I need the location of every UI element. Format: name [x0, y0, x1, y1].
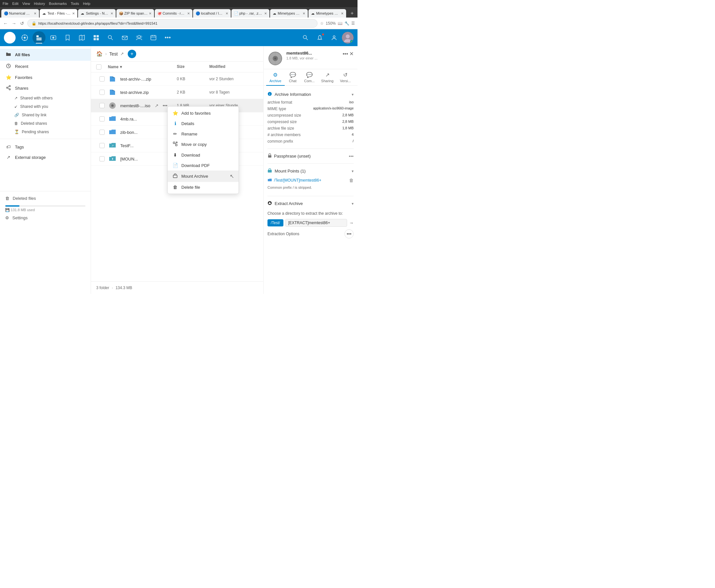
sidebar-item-favorites[interactable]: ⭐ Favorites — [0, 72, 91, 83]
tab-close-localhost[interactable]: ✕ — [226, 12, 228, 15]
context-menu-item-move-copy[interactable]: Move or copy — [168, 139, 239, 150]
tab-mimetypes2[interactable]: ☁ Mimetypes manage... ✕ — [308, 9, 346, 18]
row-checkbox-7[interactable] — [96, 156, 108, 162]
nav-mail[interactable] — [118, 31, 131, 44]
tab-mimetypes1[interactable]: ☁ Mimetypes manage... ✕ — [270, 9, 308, 18]
panel-tab-sharing[interactable]: ↗ Sharing — [318, 69, 337, 85]
extraction-options-button[interactable]: ••• — [345, 229, 353, 238]
tab-files[interactable]: ☁ Test - Files - Nextcl... ✕ — [40, 9, 77, 18]
sidebar-shared-by-link[interactable]: 🔗 Shared by link — [14, 111, 91, 119]
extract-current-path[interactable]: /Test/ — [267, 219, 283, 227]
file-checkbox-7[interactable] — [99, 156, 105, 162]
table-row[interactable]: test-archive.zip ↗ ••• 2 KB vor 8 Tagen — [91, 86, 263, 99]
admin-button[interactable] — [328, 31, 341, 44]
tab-close-commits[interactable]: ✕ — [187, 12, 190, 15]
file-checkbox-4[interactable] — [99, 116, 105, 122]
context-menu-item-download[interactable]: ⬇ Download — [168, 150, 239, 160]
header-name[interactable]: Name ▾ — [108, 64, 177, 69]
sidebar-item-all-files[interactable]: All files — [0, 49, 91, 61]
reader-icon[interactable]: 📖 — [338, 21, 343, 26]
sidebar-settings[interactable]: ⚙ Settings — [0, 213, 91, 222]
mount-points-header[interactable]: Mount Points (1) ▾ — [267, 166, 353, 176]
tab-close-files[interactable]: ✕ — [72, 12, 75, 15]
context-menu-item-add-favorites[interactable]: ⭐ Add to favorites — [168, 108, 239, 118]
select-all-checkbox[interactable] — [96, 64, 101, 69]
nav-dashboard[interactable] — [18, 31, 31, 44]
sidebar-item-recent[interactable]: Recent — [0, 61, 91, 72]
menu-bookmarks[interactable]: Bookmarks — [49, 2, 67, 5]
context-menu-item-rename[interactable]: ✏ Rename — [168, 129, 239, 139]
nav-images[interactable] — [90, 31, 103, 44]
nav-maps[interactable] — [76, 31, 88, 44]
share-breadcrumb-icon[interactable]: ↗ — [120, 51, 124, 56]
extension-icon[interactable]: 🔧 — [345, 21, 349, 26]
mount-delete-button[interactable]: 🗑 — [349, 178, 353, 183]
context-menu-item-mount-archive[interactable]: Mount Archive ↖ — [168, 171, 239, 182]
nav-photos[interactable] — [47, 31, 60, 44]
notifications-button[interactable] — [313, 31, 326, 44]
menu-edit[interactable]: Edit — [12, 2, 19, 5]
panel-tab-versions[interactable]: ↺ Versi... — [337, 69, 354, 85]
sidebar-deleted-shares[interactable]: 🗑 Deleted shares — [14, 119, 91, 128]
sidebar-item-shares[interactable]: Shares — [0, 83, 91, 94]
menu-view[interactable]: View — [22, 2, 30, 5]
file-checkbox-6[interactable] — [99, 143, 105, 148]
menu-history[interactable]: History — [34, 2, 45, 5]
file-checkbox-3[interactable] — [99, 103, 105, 108]
menu-help[interactable]: Help — [83, 2, 90, 5]
context-menu-item-details[interactable]: ℹ Details — [168, 118, 239, 129]
menu-tools[interactable]: Tools — [71, 2, 79, 5]
file-checkbox-5[interactable] — [99, 130, 105, 135]
context-menu-item-delete[interactable]: 🗑 Delete file — [168, 182, 239, 192]
sidebar-item-external-storage[interactable]: ↗ External storage — [0, 152, 91, 163]
sidebar-item-tags[interactable]: 🏷 Tags — [0, 142, 91, 152]
nav-contacts[interactable] — [132, 31, 146, 44]
tab-close-numerical[interactable]: ✕ — [34, 12, 36, 15]
tab-localhost[interactable]: 🔵 localhost / localhos... ✕ — [193, 9, 231, 18]
sidebar-shared-with-others[interactable]: ↗ Shared with others — [14, 94, 91, 102]
menu-icon[interactable]: ☰ — [351, 21, 355, 26]
nav-search[interactable] — [104, 31, 117, 44]
panel-tab-archive[interactable]: ⚙ Archive — [266, 69, 285, 85]
context-menu-item-download-pdf[interactable]: 📄 Download PDF — [168, 160, 239, 171]
row-checkbox-2[interactable] — [96, 90, 108, 95]
tab-close-settings[interactable]: ✕ — [110, 12, 113, 15]
browser-menu[interactable]: File Edit View History Bookmarks Tools H… — [3, 2, 90, 5]
forward-button[interactable]: → — [11, 20, 17, 27]
tab-zip[interactable]: 📦 ZIP file spanning/s... ✕ — [116, 9, 154, 18]
extract-archive-header[interactable]: Extract Archive ▾ — [267, 199, 353, 208]
search-button[interactable] — [299, 31, 312, 44]
panel-tab-chat[interactable]: 💬 Chat — [285, 69, 301, 85]
tab-php[interactable]: 📄 php - .rar, .zip files... ✕ — [231, 9, 269, 18]
tab-close-zip[interactable]: ✕ — [149, 12, 151, 15]
user-avatar[interactable] — [342, 32, 353, 44]
row-checkbox-1[interactable] — [96, 76, 108, 82]
row-checkbox-4[interactable] — [96, 116, 108, 122]
nav-calendar[interactable] — [147, 31, 160, 44]
sidebar-deleted-files[interactable]: 🗑 Deleted files — [0, 194, 91, 203]
tab-commits[interactable]: 🐙 Commits · rotdrop... ✕ — [155, 9, 192, 18]
menu-file[interactable]: File — [3, 2, 8, 5]
tab-numerical[interactable]: 🔵 Numerical Mathe... ✕ — [1, 9, 39, 18]
nav-more[interactable]: ••• — [161, 31, 174, 44]
file-checkbox-1[interactable] — [99, 76, 105, 82]
home-breadcrumb[interactable]: 🏠 — [96, 51, 103, 57]
mount-point-path[interactable]: /Test/[MOUNT]memtest86+ — [274, 178, 347, 183]
refresh-button[interactable]: ↺ — [20, 20, 25, 27]
table-row[interactable]: test-archiv-....zip ↗ ••• 0 KB vor 2 Stu… — [91, 72, 263, 86]
tab-settings[interactable]: ☁ Settings - Nextclou... ✕ — [78, 9, 116, 18]
extract-arrow-icon[interactable]: → — [349, 220, 353, 226]
add-files-button[interactable]: + — [128, 50, 136, 58]
tab-close-php[interactable]: ✕ — [264, 12, 267, 15]
new-tab-button[interactable]: + — [348, 9, 356, 18]
sidebar-shared-with-you[interactable]: ↙ Shared with you — [14, 102, 91, 111]
nextcloud-logo[interactable] — [4, 32, 16, 44]
row-checkbox-5[interactable] — [96, 130, 108, 135]
file-share-btn-3[interactable]: ↗ — [154, 102, 160, 109]
panel-more-button[interactable]: ••• — [343, 51, 348, 57]
panel-close-button[interactable]: ✕ — [349, 51, 353, 57]
extract-target-path[interactable]: [EXTRACT]memtest86+ — [285, 219, 347, 227]
address-bar[interactable]: 🔒 https://localhost/nextcloud-git/index.… — [27, 19, 318, 28]
sidebar-pending-shares[interactable]: ⏳ Pending shares — [14, 128, 91, 136]
archive-info-header[interactable]: i Archive Information ▾ — [267, 90, 353, 99]
